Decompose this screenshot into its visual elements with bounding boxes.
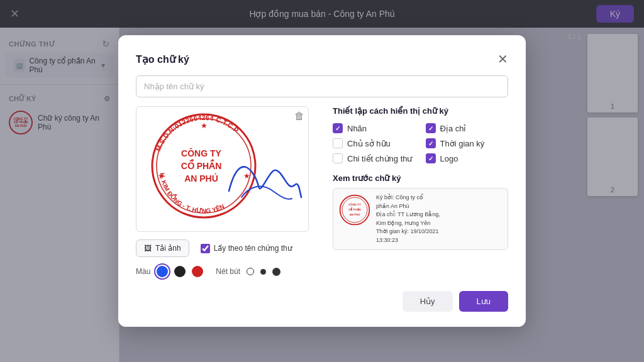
cb-logo-label: Logo <box>440 154 458 163</box>
cb-logo-box[interactable] <box>426 153 436 163</box>
settings-title: Thiết lập cách hiển thị chữ ký <box>333 106 508 116</box>
pen-size-small[interactable] <box>247 268 254 275</box>
preview-label: Xem trước chữ ký <box>333 173 508 183</box>
modal-footer: Hủy Lưu <box>136 291 508 312</box>
cb-nhan-label: Nhãn <box>347 124 367 133</box>
cb-nhan: Nhãn <box>333 123 416 133</box>
cb-diachi: Địa chỉ <box>426 123 509 133</box>
color-label: Màu <box>136 267 150 276</box>
pen-size-medium[interactable] <box>260 269 266 275</box>
color-blue[interactable] <box>157 266 168 277</box>
modal-overlay: Tạo chữ ký ✕ 🗑 ★ <box>0 0 644 362</box>
signature-name-input[interactable] <box>136 75 508 97</box>
modal-body: 🗑 ★ ★ ★ <box>136 106 508 277</box>
svg-text:CÔNG TY: CÔNG TY <box>181 148 221 158</box>
cb-chitiet: Chi tiết chứng thư <box>333 153 416 163</box>
svg-text:CỔ PHẦN: CỔ PHẦN <box>180 159 221 171</box>
modal-close-button[interactable]: ✕ <box>497 53 508 65</box>
modal: Tạo chữ ký ✕ 🗑 ★ <box>118 35 526 327</box>
modal-header: Tạo chữ ký ✕ <box>136 53 508 65</box>
preview-line5: Thời gian ký: 19/10/2021 <box>376 228 440 236</box>
svg-text:CỔ PHẦN: CỔ PHẦN <box>348 206 360 211</box>
lay-theo-label: Lấy theo tên chứng thư <box>214 244 292 253</box>
color-pen-row: Màu Nét bút <box>136 266 321 277</box>
cb-chusohuu-label: Chủ sở hữu <box>347 139 391 148</box>
pen-size-large[interactable] <box>272 268 280 276</box>
cb-chitiet-label: Chi tiết chứng thư <box>347 154 413 163</box>
preview-box: CÔNG TY CỔ PHẦN AN PHÚ Ký bởi: Công ty c… <box>333 188 508 250</box>
cb-nhan-box[interactable] <box>333 123 343 133</box>
stamp-container: ★ ★ ★ M.S.D.N:0122564264-C.T.C.P H. <box>147 106 298 232</box>
cb-chusohuu-box[interactable] <box>333 138 343 148</box>
preview-line1: Ký bởi: Công ty cổ <box>376 194 440 202</box>
svg-text:★: ★ <box>200 121 207 130</box>
signature-canvas-area: 🗑 ★ ★ ★ <box>136 106 321 277</box>
save-button[interactable]: Lưu <box>459 291 508 312</box>
cb-thoigianky-box[interactable] <box>426 138 436 148</box>
lay-theo-checkbox-label[interactable]: Lấy theo tên chứng thư <box>201 244 292 253</box>
svg-text:AN PHÚ: AN PHÚ <box>350 213 360 216</box>
cancel-button[interactable]: Hủy <box>402 291 453 312</box>
handwritten-sig <box>223 153 304 210</box>
preview-stamp-svg: CÔNG TY CỔ PHẦN AN PHÚ <box>338 194 371 226</box>
svg-text:CÔNG TY: CÔNG TY <box>348 203 361 206</box>
svg-text:M.S.D.N:0122564264-C.T.C.P: M.S.D.N:0122564264-C.T.C.P <box>154 114 240 152</box>
preview-line4: Kim Động, Hưng Yên <box>376 219 440 228</box>
checkboxes-grid: Nhãn Địa chỉ Chủ sở hữu Th <box>333 123 508 163</box>
preview-text: Ký bởi: Công ty cổ phần An Phú Địa chỉ: … <box>376 194 440 244</box>
svg-text:AN PHÚ: AN PHÚ <box>184 173 218 184</box>
right-panel: Thiết lập cách hiển thị chữ ký Nhãn Địa … <box>333 106 508 277</box>
upload-icon: 🖼 <box>144 244 152 253</box>
lay-theo-checkbox[interactable] <box>201 244 210 253</box>
color-black[interactable] <box>174 266 186 277</box>
cb-diachi-box[interactable] <box>426 123 436 133</box>
cb-diachi-label: Địa chỉ <box>440 124 467 133</box>
cb-chitiet-box[interactable] <box>333 153 343 163</box>
cb-chusohuu: Chủ sở hữu <box>333 138 416 148</box>
upload-label: Tải ảnh <box>155 244 181 253</box>
preview-line2: phần An Phú <box>376 202 440 211</box>
upload-button[interactable]: 🖼 Tải ảnh <box>136 239 189 257</box>
modal-title: Tạo chữ ký <box>136 53 189 65</box>
sig-actions-row: 🖼 Tải ảnh Lấy theo tên chứng thư <box>136 239 321 257</box>
preview-line3: Địa chỉ: TT Lương Bằng, <box>376 211 440 219</box>
cb-logo: Logo <box>426 153 509 163</box>
signature-canvas[interactable]: 🗑 ★ ★ ★ <box>136 106 309 232</box>
cb-thoigianky-label: Thời gian ký <box>440 139 485 148</box>
preview-line6: 13:30:23 <box>376 236 440 245</box>
pen-label: Nét bút <box>216 267 240 276</box>
color-red[interactable] <box>192 266 203 277</box>
cb-thoigianky: Thời gian ký <box>426 138 509 148</box>
